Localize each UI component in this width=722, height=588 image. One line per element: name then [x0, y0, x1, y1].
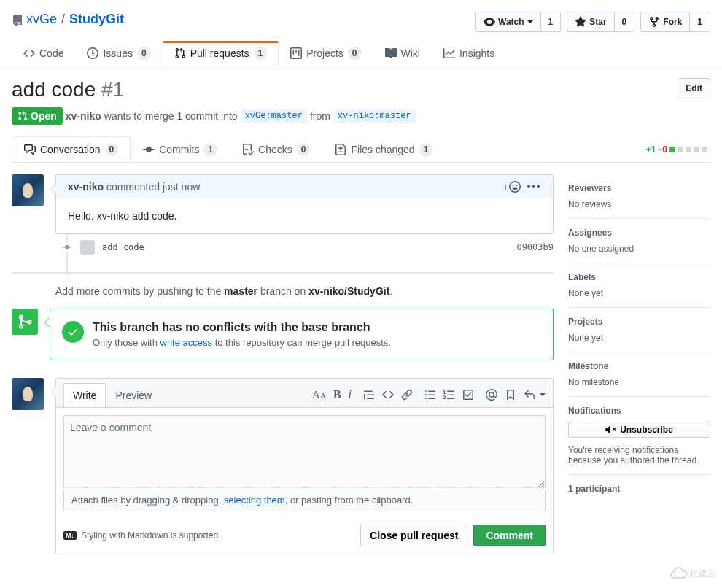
diff-icon: [335, 144, 346, 155]
sidebar-reviewers[interactable]: ReviewersNo reviews: [568, 174, 710, 219]
avatar[interactable]: [12, 378, 44, 410]
tab-checks[interactable]: Checks0: [230, 136, 322, 162]
unsubscribe-button[interactable]: Unsubscribe: [568, 422, 710, 438]
tab-projects[interactable]: Projects0: [279, 41, 373, 66]
sidebar-participants: 1 participant: [568, 475, 710, 508]
repo-name-link[interactable]: StudyGit: [69, 12, 124, 26]
bold-icon[interactable]: B: [333, 388, 341, 401]
sidebar-assignees[interactable]: AssigneesNo one assigned: [568, 219, 710, 263]
markdown-toolbar: AA B i: [312, 388, 546, 407]
avatar[interactable]: [12, 174, 44, 206]
reply-icon[interactable]: [524, 389, 535, 401]
issue-icon: [87, 47, 98, 59]
diff-add-block: [669, 147, 675, 152]
commit-icon: [143, 144, 155, 155]
checklist-icon: [242, 144, 254, 155]
eye-icon: [484, 16, 495, 28]
tab-wiki[interactable]: Wiki: [373, 41, 432, 66]
watch-button[interactable]: Watch: [475, 12, 541, 32]
tab-commits[interactable]: Commits1: [131, 136, 230, 162]
list-unordered-icon[interactable]: [424, 389, 436, 401]
comment-box: xv-niko commented just now + ••• Hello, …: [55, 174, 554, 234]
italic-icon[interactable]: i: [349, 388, 352, 401]
diff-neutral-block: [686, 147, 691, 152]
pr-author[interactable]: xv-niko: [66, 110, 101, 122]
star-icon: [575, 16, 586, 28]
markdown-icon: M↓: [63, 531, 77, 540]
commit-author-avatar[interactable]: [80, 240, 95, 255]
comment-body: Hello, xv-niko add code.: [56, 198, 553, 233]
smiley-icon: [509, 181, 521, 193]
link-icon[interactable]: [401, 389, 413, 401]
write-access-link[interactable]: write access: [160, 337, 213, 348]
mention-icon[interactable]: [486, 389, 497, 401]
pr-state-badge: Open: [12, 107, 63, 125]
markdown-hint[interactable]: M↓Styling with Markdown is supported: [63, 530, 218, 541]
sidebar-projects[interactable]: ProjectsNone yet: [568, 308, 710, 352]
commit-message[interactable]: add code: [102, 242, 144, 252]
tab-issues[interactable]: Issues0: [75, 41, 162, 66]
check-icon: [62, 321, 84, 343]
diff-neutral-block: [694, 147, 699, 152]
watch-count[interactable]: 1: [541, 12, 562, 32]
comment-author[interactable]: xv-niko: [68, 181, 104, 193]
bookmark-icon[interactable]: [505, 389, 516, 401]
code-icon: [23, 47, 35, 59]
merge-status-box: This branch has no conflicts with the ba…: [50, 309, 554, 360]
base-ref[interactable]: xvGe:master: [241, 109, 307, 123]
diff-neutral-block: [678, 147, 683, 152]
pr-meta: Open xv-niko wants to merge 1 commit int…: [12, 107, 416, 125]
heading-icon[interactable]: AA: [312, 389, 326, 401]
commit-dot-icon: [63, 243, 71, 252]
book-icon: [385, 47, 397, 59]
repo-owner-link[interactable]: xvGe: [26, 12, 57, 27]
comment-textarea[interactable]: [63, 415, 546, 488]
close-pr-button[interactable]: Close pull request: [360, 525, 467, 546]
fork-button[interactable]: Fork: [640, 12, 690, 32]
git-merge-icon: [12, 309, 38, 335]
tab-pull-requests[interactable]: Pull requests1: [163, 41, 279, 66]
path-separator: /: [61, 12, 65, 27]
attach-hint[interactable]: Attach files by dragging & dropping, sel…: [63, 490, 546, 511]
tab-code[interactable]: Code: [12, 41, 75, 66]
graph-icon: [443, 47, 455, 59]
pagehead-actions: Watch1 Star0 Fork1: [475, 12, 710, 32]
star-button[interactable]: Star: [567, 12, 614, 32]
watermark: 亿速云: [669, 565, 716, 566]
selecting-them-link[interactable]: selecting them: [224, 495, 285, 506]
pr-title: add code #1: [12, 78, 416, 101]
cloud-icon: [669, 565, 687, 566]
code-icon[interactable]: [382, 389, 394, 401]
star-count[interactable]: 0: [615, 12, 635, 32]
fork-count[interactable]: 1: [690, 12, 710, 32]
quote-icon[interactable]: [363, 389, 375, 401]
head-ref[interactable]: xv-niko:master: [333, 109, 416, 123]
push-hint: Add more commits by pushing to the maste…: [55, 274, 554, 309]
comment-discussion-icon: [24, 144, 36, 155]
caret-icon: [527, 20, 533, 23]
fork-icon: [648, 16, 660, 28]
diff-neutral-block: [702, 147, 707, 152]
caret-icon: [540, 393, 546, 396]
list-ordered-icon[interactable]: [443, 389, 455, 401]
repo-tabs: Code Issues0 Pull requests1 Projects0 Wi…: [0, 41, 722, 66]
new-comment-form: Write Preview AA B i: [55, 378, 554, 554]
tab-conversation[interactable]: Conversation0: [12, 136, 131, 162]
add-reaction-button[interactable]: +: [502, 181, 521, 193]
tab-files-changed[interactable]: Files changed1: [322, 136, 445, 162]
mute-icon: [605, 425, 616, 435]
sidebar-notifications: Notifications Unsubscribe You're receivi…: [568, 397, 710, 475]
tasklist-icon[interactable]: [462, 389, 474, 401]
comment-button[interactable]: Comment: [473, 525, 546, 546]
merge-title: This branch has no conflicts with the ba…: [93, 321, 391, 334]
edit-button[interactable]: Edit: [678, 78, 710, 98]
sidebar-labels[interactable]: LabelsNone yet: [568, 263, 710, 308]
preview-tab[interactable]: Preview: [106, 383, 161, 407]
pull-request-icon: [174, 47, 186, 59]
repo-path: xvGe / StudyGit: [12, 12, 124, 27]
tab-insights[interactable]: Insights: [432, 41, 506, 66]
commit-sha[interactable]: 09003b9: [516, 242, 554, 252]
kebab-menu[interactable]: •••: [527, 181, 541, 193]
sidebar-milestone[interactable]: MilestoneNo milestone: [568, 352, 710, 397]
write-tab[interactable]: Write: [63, 383, 106, 407]
